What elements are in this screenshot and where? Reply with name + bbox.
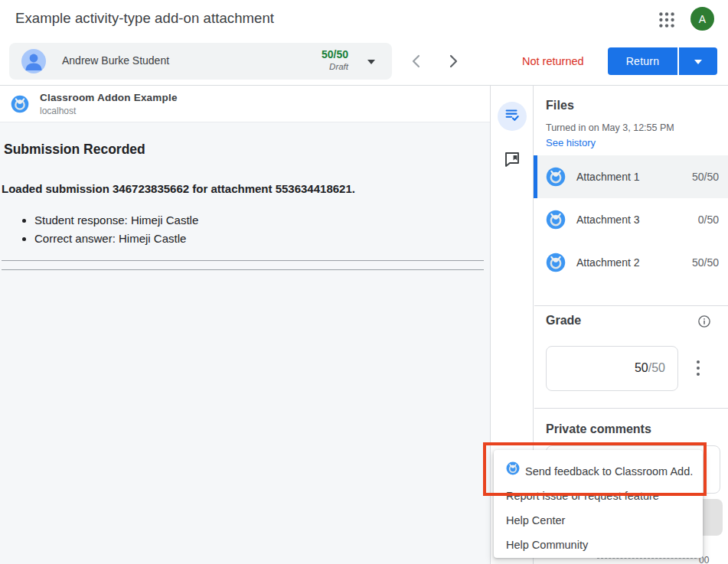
help-menu: Send feedback to Classroom Add. Report i…: [494, 450, 703, 558]
menu-item-help-community[interactable]: Help Community: [494, 533, 703, 557]
grade-value: 50: [635, 361, 648, 374]
student-selector-caret-icon: [367, 60, 375, 64]
comment-bank-icon: [503, 158, 521, 171]
comment-bank-button[interactable]: [503, 150, 521, 168]
attachment-row-2[interactable]: Attachment 2 50/50: [534, 241, 728, 284]
page-title: Example activity-type add-on attachment: [15, 10, 274, 27]
menu-item-report-issue[interactable]: Report issue or request feature: [494, 484, 703, 508]
grade-input[interactable]: 50/50: [546, 346, 678, 391]
addon-name: Classroom Addon Example: [40, 92, 178, 103]
draft-label: Draft: [322, 62, 348, 71]
attachment-name: Attachment 1: [576, 171, 640, 183]
grade-info-icon[interactable]: [697, 315, 711, 328]
addon-logo-icon: [11, 95, 29, 113]
addon-content: Submission Recorded Loaded submission 34…: [0, 122, 490, 564]
files-heading: Files: [546, 99, 574, 112]
submission-summary: Loaded submission 346723835662 for attac…: [2, 182, 355, 195]
grade-heading: Grade: [546, 314, 581, 328]
return-status: Not returned: [522, 55, 584, 67]
submission-heading: Submission Recorded: [4, 142, 145, 158]
menu-item-label: Send feedback to Classroom Add.: [525, 459, 693, 484]
attachment-score: 50/50: [692, 256, 719, 269]
student-response-item: Student response: Himeji Castle: [34, 211, 198, 230]
attachment-addon-icon: [546, 210, 566, 230]
attachment-score: 0/50: [698, 214, 719, 226]
grading-toolbar: Andrew Burke Student 50/50 Draft Not ret…: [0, 43, 728, 85]
student-score-block: 50/50 Draft: [322, 48, 348, 71]
content-divider-1: [2, 260, 484, 261]
grading-icon: [504, 106, 521, 126]
attachment-addon-icon: [546, 167, 566, 187]
grade-overflow-menu[interactable]: [693, 356, 704, 380]
grading-tab-button[interactable]: [498, 102, 527, 131]
attachment-name: Attachment 3: [576, 214, 640, 226]
menu-item-send-feedback[interactable]: Send feedback to Classroom Add.: [494, 459, 703, 484]
private-comments-heading: Private comments: [546, 422, 651, 436]
grade-max: /50: [648, 361, 665, 374]
apps-grid-button[interactable]: [657, 10, 677, 30]
classroom-grading-screen: Example activity-type add-on attachment …: [0, 0, 728, 564]
student-score: 50/50: [322, 48, 348, 60]
student-selector[interactable]: Andrew Burke Student 50/50 Draft: [9, 43, 392, 80]
menu-item-label: Report issue or request feature: [506, 484, 659, 508]
addon-logo-icon: [506, 459, 520, 484]
turned-in-timestamp: Turned in on May 3, 12:55 PM: [546, 122, 674, 133]
attachment-row-3[interactable]: Attachment 3 0/50: [534, 198, 728, 241]
menu-item-label: Help Center: [506, 508, 565, 533]
addon-header-bar: Classroom Addon Example localhost: [0, 86, 490, 122]
addon-host: localhost: [40, 106, 76, 116]
attachment-addon-icon: [546, 253, 566, 272]
student-avatar: [21, 49, 46, 73]
attachment-row-1[interactable]: Attachment 1 50/50: [534, 155, 728, 198]
grade-comments-divider: [534, 408, 728, 409]
see-history-link[interactable]: See history: [546, 137, 596, 148]
attachment-name: Attachment 2: [576, 256, 640, 269]
account-avatar[interactable]: A: [690, 7, 714, 31]
submission-detail-list: Student response: Himeji Castle Correct …: [34, 211, 198, 248]
files-grade-divider: [534, 305, 728, 306]
attachment-score: 50/50: [692, 171, 719, 183]
menu-item-label: Help Community: [506, 533, 588, 557]
previous-student-button[interactable]: [407, 52, 426, 70]
content-divider-2: [2, 269, 484, 270]
return-dropdown-button[interactable]: [679, 47, 717, 75]
next-student-button[interactable]: [444, 52, 462, 70]
menu-item-help-center[interactable]: Help Center: [494, 508, 703, 533]
correct-answer-item: Correct answer: Himeji Castle: [34, 230, 198, 248]
top-header: Example activity-type add-on attachment …: [0, 0, 728, 43]
return-button[interactable]: Return: [608, 47, 677, 75]
return-dropdown-caret-icon: [694, 60, 702, 64]
apps-grid-icon: [657, 19, 677, 32]
avatar-letter: A: [699, 13, 706, 25]
addon-iframe-pane: Classroom Addon Example localhost Submis…: [0, 86, 491, 564]
student-name: Andrew Burke Student: [62, 54, 169, 67]
